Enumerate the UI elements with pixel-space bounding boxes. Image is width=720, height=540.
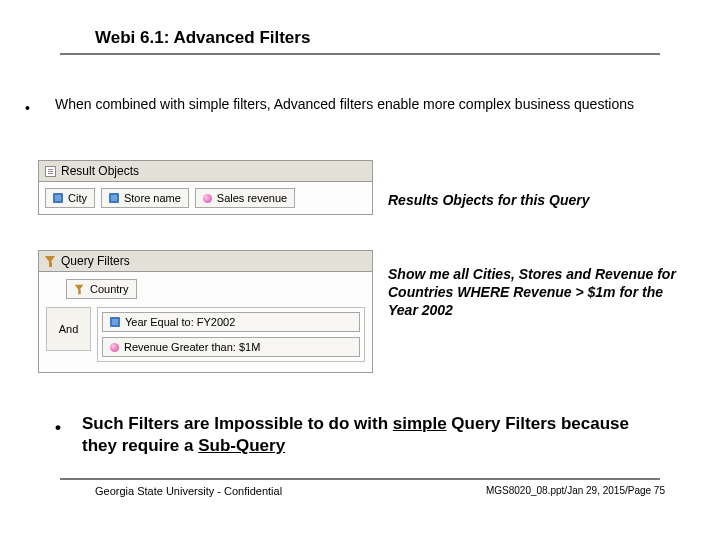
bullet-marker: •: [55, 418, 61, 438]
and-conditions: Year Equal to: FY2002 Revenue Greater th…: [97, 307, 365, 362]
and-group: And Year Equal to: FY2002 Revenue Greate…: [46, 307, 365, 362]
result-objects-body: City Store name Sales revenue: [39, 182, 372, 214]
result-object-city[interactable]: City: [45, 188, 95, 208]
filter-year[interactable]: Year Equal to: FY2002: [102, 312, 360, 332]
footer-divider: [60, 478, 660, 480]
sheet-icon: [45, 166, 56, 177]
funnel-icon: [45, 256, 56, 267]
chip-label: Store name: [124, 192, 181, 204]
dimension-icon: [53, 193, 63, 203]
result-objects-panel: Result Objects City Store name Sales rev…: [38, 160, 373, 215]
dimension-icon: [109, 193, 119, 203]
result-objects-caption: Results Objects for this Query: [388, 192, 590, 208]
intro-text: When combined with simple filters, Advan…: [55, 95, 645, 113]
title-divider: [60, 53, 660, 55]
chip-label: Country: [90, 283, 129, 295]
query-filters-header-label: Query Filters: [61, 254, 130, 268]
chip-label: Revenue Greater than: $1M: [124, 341, 260, 353]
filter-country[interactable]: Country: [66, 279, 137, 299]
text-segment: Such Filters are Impossible to do with: [82, 414, 393, 433]
chip-label: Sales revenue: [217, 192, 287, 204]
dimension-icon: [110, 317, 120, 327]
result-object-store[interactable]: Store name: [101, 188, 189, 208]
underline-simple: simple: [393, 414, 447, 433]
and-operator[interactable]: And: [46, 307, 91, 351]
filter-revenue[interactable]: Revenue Greater than: $1M: [102, 337, 360, 357]
query-filters-panel: Query Filters Country And Year Equal to:…: [38, 250, 373, 373]
slide-title: Webi 6.1: Advanced Filters: [95, 28, 310, 48]
chip-label: City: [68, 192, 87, 204]
measure-icon: [110, 343, 119, 352]
result-objects-header-label: Result Objects: [61, 164, 139, 178]
result-object-revenue[interactable]: Sales revenue: [195, 188, 295, 208]
conclusion-text: Such Filters are Impossible to do with s…: [82, 413, 662, 457]
chip-label: Year Equal to: FY2002: [125, 316, 235, 328]
underline-subquery: Sub-Query: [198, 436, 285, 455]
footer-right: MGS8020_08.ppt/Jan 29, 2015/Page 75: [486, 485, 665, 496]
bullet-marker: •: [25, 100, 30, 116]
measure-icon: [203, 194, 212, 203]
query-filters-body: Country And Year Equal to: FY2002 Revenu…: [39, 272, 372, 372]
query-filters-caption: Show me all Cities, Stores and Revenue f…: [388, 265, 688, 320]
query-filters-header: Query Filters: [39, 251, 372, 272]
result-objects-header: Result Objects: [39, 161, 372, 182]
footer-left: Georgia State University - Confidential: [95, 485, 282, 497]
funnel-icon: [75, 284, 84, 293]
